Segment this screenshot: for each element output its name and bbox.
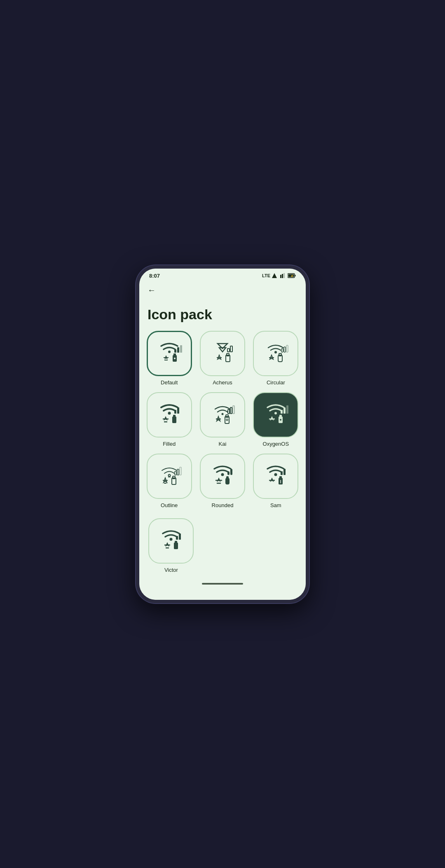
svg-point-60 [274,473,277,476]
svg-rect-40 [281,410,283,414]
svg-rect-56 [227,471,230,475]
svg-point-21 [274,351,277,353]
svg-rect-13 [173,353,176,356]
lte-label: LTE [262,273,270,278]
status-bar: 8:07 LTE ⚡ [139,269,306,281]
svg-rect-24 [286,345,288,352]
icon-pack-item-filled[interactable]: Filled [146,392,192,447]
svg-rect-17 [227,349,230,352]
svg-rect-59 [226,476,229,479]
svg-rect-70 [175,541,177,543]
icon-pack-label-outline: Outline [161,502,178,508]
svg-rect-67 [176,536,178,540]
svg-point-45 [280,419,281,421]
svg-rect-44 [279,415,282,417]
svg-rect-18 [230,346,232,352]
acherus-icon-preview [206,337,239,370]
icon-pack-label-oxygenos: OxygenOS [263,441,289,447]
icon-pack-label-rounded: Rounded [212,502,234,508]
icon-pack-label-filled: Filled [163,441,176,447]
icon-pack-label-circular: Circular [267,379,285,386]
svg-rect-31 [173,415,176,417]
oxygenos-icon-preview [259,398,292,431]
icon-pack-label-kai: Kai [219,441,227,447]
svg-point-46 [168,474,170,476]
icon-box-acherus[interactable] [200,331,245,376]
svg-rect-33 [228,409,230,414]
sam-icon-preview [259,460,292,493]
signal-icon-2 [280,273,286,278]
icon-box-victor[interactable] [148,518,194,564]
svg-rect-3 [283,273,285,278]
svg-point-66 [170,538,173,540]
icon-pack-item-acherus[interactable]: Acherus [199,331,246,386]
phone-screen: 8:07 LTE ⚡ ← [139,269,306,600]
back-button[interactable]: ← [139,281,306,297]
kai-icon-preview [206,398,239,431]
svg-rect-47 [175,471,176,475]
icon-grid: Default [139,331,306,518]
icon-pack-item-rounded[interactable]: Rounded [199,454,246,508]
icon-box-default[interactable] [147,331,192,376]
svg-rect-35 [233,406,234,414]
default-icon-preview [153,337,186,370]
icon-pack-label-victor: Victor [164,567,178,573]
phone-frame: 8:07 LTE ⚡ ← [136,265,309,603]
svg-rect-23 [284,347,286,352]
svg-rect-28 [174,410,176,414]
icon-box-circular[interactable] [253,331,298,376]
svg-rect-42 [286,405,288,414]
svg-point-55 [221,473,224,476]
status-time: 8:07 [149,273,160,279]
svg-rect-1 [280,275,281,278]
svg-rect-69 [174,543,178,549]
svg-rect-29 [177,407,179,414]
rounded-icon-preview [206,460,239,493]
icon-pack-item-default[interactable]: Default [146,331,192,386]
svg-point-14 [174,358,176,359]
svg-rect-9 [174,349,176,353]
svg-rect-34 [230,407,232,414]
status-icons: LTE ⚡ [262,273,296,278]
svg-point-38 [226,419,228,421]
svg-point-8 [168,351,171,353]
icon-box-rounded[interactable] [200,454,245,499]
svg-rect-30 [172,416,176,423]
icon-box-filled[interactable] [147,392,192,438]
filled-icon-preview [153,398,186,431]
victor-icon-preview [155,524,187,557]
icon-pack-label-sam: Sam [270,502,281,508]
icon-pack-item-sam[interactable]: Sam [253,454,299,508]
svg-rect-61 [281,471,283,475]
circular-icon-preview [259,337,292,370]
icon-pack-item-outline[interactable]: Outline [146,454,192,508]
svg-rect-49 [180,467,181,475]
svg-point-39 [274,412,277,414]
svg-rect-2 [282,274,283,278]
svg-rect-58 [225,478,230,484]
icon-box-sam[interactable] [253,454,298,499]
battery-icon: ⚡ [288,273,296,278]
icon-pack-item-victor[interactable]: Victor [146,518,197,573]
icon-pack-item-oxygenos[interactable]: OxygenOS [253,392,299,447]
svg-rect-10 [177,347,179,353]
home-indicator [139,580,306,590]
icon-pack-item-kai[interactable]: Kai [199,392,246,447]
svg-point-27 [168,412,171,414]
icon-box-outline[interactable] [147,454,192,499]
volume-button [136,318,137,335]
svg-marker-0 [272,273,277,278]
icon-pack-label-acherus: Acherus [213,379,232,386]
last-row: Victor [139,518,306,580]
svg-rect-11 [180,345,182,353]
svg-rect-48 [177,469,179,475]
icon-box-kai[interactable] [200,392,245,438]
icon-pack-item-circular[interactable]: Circular [253,331,299,386]
svg-rect-57 [230,469,232,475]
icon-box-oxygenos[interactable] [253,392,298,438]
svg-point-32 [221,413,223,415]
svg-text:⚡: ⚡ [290,274,294,278]
svg-rect-41 [283,407,286,414]
page-title: Icon pack [139,297,306,331]
svg-rect-22 [281,349,283,352]
